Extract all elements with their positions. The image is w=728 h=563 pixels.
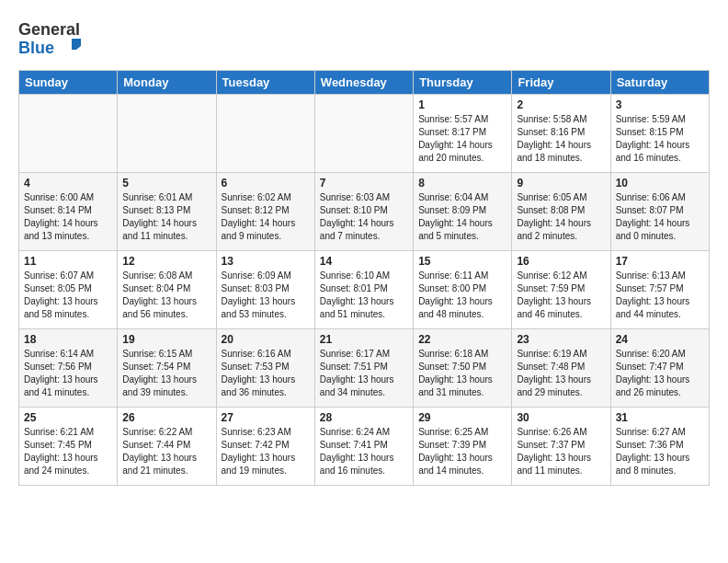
- day-info: Sunrise: 6:01 AM Sunset: 8:13 PM Dayligh…: [122, 191, 210, 243]
- logo-text-block: General Blue: [18, 15, 101, 63]
- day-info: Sunrise: 6:03 AM Sunset: 8:10 PM Dayligh…: [320, 191, 408, 243]
- calendar-cell: 17Sunrise: 6:13 AM Sunset: 7:57 PM Dayli…: [610, 251, 709, 329]
- day-number: 23: [517, 333, 605, 346]
- day-info: Sunrise: 6:25 AM Sunset: 7:39 PM Dayligh…: [418, 426, 506, 477]
- day-info: Sunrise: 6:05 AM Sunset: 8:08 PM Dayligh…: [517, 191, 605, 243]
- header-wednesday: Wednesday: [314, 71, 413, 95]
- day-number: 6: [222, 177, 310, 190]
- day-number: 29: [418, 411, 506, 424]
- day-info: Sunrise: 6:23 AM Sunset: 7:42 PM Dayligh…: [222, 426, 310, 477]
- calendar-cell: 29Sunrise: 6:25 AM Sunset: 7:39 PM Dayli…: [414, 408, 512, 486]
- day-number: 22: [418, 333, 506, 346]
- header-friday: Friday: [512, 71, 610, 95]
- day-info: Sunrise: 6:16 AM Sunset: 7:53 PM Dayligh…: [222, 348, 310, 399]
- header-tuesday: Tuesday: [216, 71, 314, 95]
- calendar-cell: 8Sunrise: 6:04 AM Sunset: 8:09 PM Daylig…: [414, 173, 512, 251]
- day-info: Sunrise: 6:07 AM Sunset: 8:05 PM Dayligh…: [24, 270, 112, 321]
- calendar-cell: 30Sunrise: 6:26 AM Sunset: 7:37 PM Dayli…: [512, 408, 610, 486]
- day-info: Sunrise: 6:12 AM Sunset: 7:59 PM Dayligh…: [517, 270, 605, 321]
- day-number: 31: [616, 411, 704, 424]
- calendar-cell: 25Sunrise: 6:21 AM Sunset: 7:45 PM Dayli…: [19, 408, 118, 486]
- day-number: 3: [616, 98, 704, 111]
- day-number: 11: [24, 255, 112, 268]
- day-number: 4: [24, 177, 112, 190]
- day-info: Sunrise: 6:27 AM Sunset: 7:36 PM Dayligh…: [616, 426, 704, 477]
- calendar-cell: 7Sunrise: 6:03 AM Sunset: 8:10 PM Daylig…: [314, 173, 413, 251]
- day-info: Sunrise: 6:17 AM Sunset: 7:51 PM Dayligh…: [320, 348, 408, 399]
- day-number: 30: [517, 411, 605, 424]
- svg-text:General: General: [18, 20, 80, 39]
- day-number: 14: [320, 255, 408, 268]
- calendar-cell: 2Sunrise: 5:58 AM Sunset: 8:16 PM Daylig…: [512, 95, 610, 173]
- day-info: Sunrise: 5:59 AM Sunset: 8:15 PM Dayligh…: [616, 113, 704, 165]
- header-thursday: Thursday: [414, 71, 512, 95]
- calendar-cell: [216, 95, 314, 173]
- day-number: 9: [517, 177, 605, 190]
- header-saturday: Saturday: [610, 71, 709, 95]
- day-info: Sunrise: 6:02 AM Sunset: 8:12 PM Dayligh…: [222, 191, 310, 243]
- calendar-cell: 31Sunrise: 6:27 AM Sunset: 7:36 PM Dayli…: [610, 408, 709, 486]
- day-info: Sunrise: 6:13 AM Sunset: 7:57 PM Dayligh…: [616, 270, 704, 321]
- calendar-week-row: 11Sunrise: 6:07 AM Sunset: 8:05 PM Dayli…: [19, 251, 710, 329]
- day-info: Sunrise: 6:11 AM Sunset: 8:00 PM Dayligh…: [418, 270, 506, 321]
- day-info: Sunrise: 6:10 AM Sunset: 8:01 PM Dayligh…: [320, 270, 408, 321]
- calendar-cell: 24Sunrise: 6:20 AM Sunset: 7:47 PM Dayli…: [610, 329, 709, 408]
- calendar-cell: [314, 95, 413, 173]
- day-number: 17: [616, 255, 704, 268]
- calendar-cell: 23Sunrise: 6:19 AM Sunset: 7:48 PM Dayli…: [512, 329, 610, 408]
- header-monday: Monday: [118, 71, 216, 95]
- day-number: 20: [222, 333, 310, 346]
- calendar-cell: 5Sunrise: 6:01 AM Sunset: 8:13 PM Daylig…: [118, 173, 216, 251]
- calendar-cell: 15Sunrise: 6:11 AM Sunset: 8:00 PM Dayli…: [414, 251, 512, 329]
- day-number: 13: [222, 255, 310, 268]
- day-info: Sunrise: 6:21 AM Sunset: 7:45 PM Dayligh…: [24, 426, 112, 477]
- day-number: 8: [418, 177, 506, 190]
- day-number: 1: [418, 98, 506, 111]
- day-info: Sunrise: 6:24 AM Sunset: 7:41 PM Dayligh…: [320, 426, 408, 477]
- day-number: 21: [320, 333, 408, 346]
- day-info: Sunrise: 6:06 AM Sunset: 8:07 PM Dayligh…: [616, 191, 704, 243]
- day-info: Sunrise: 6:26 AM Sunset: 7:37 PM Dayligh…: [517, 426, 605, 477]
- day-number: 26: [122, 411, 210, 424]
- day-number: 2: [517, 98, 605, 111]
- day-info: Sunrise: 6:18 AM Sunset: 7:50 PM Dayligh…: [418, 348, 506, 399]
- day-number: 25: [24, 411, 112, 424]
- calendar-cell: 1Sunrise: 5:57 AM Sunset: 8:17 PM Daylig…: [414, 95, 512, 173]
- day-info: Sunrise: 6:14 AM Sunset: 7:56 PM Dayligh…: [24, 348, 112, 399]
- calendar-cell: 19Sunrise: 6:15 AM Sunset: 7:54 PM Dayli…: [118, 329, 216, 408]
- calendar-cell: 27Sunrise: 6:23 AM Sunset: 7:42 PM Dayli…: [216, 408, 314, 486]
- day-number: 27: [222, 411, 310, 424]
- day-info: Sunrise: 6:22 AM Sunset: 7:44 PM Dayligh…: [122, 426, 210, 477]
- calendar-cell: 16Sunrise: 6:12 AM Sunset: 7:59 PM Dayli…: [512, 251, 610, 329]
- calendar-cell: 18Sunrise: 6:14 AM Sunset: 7:56 PM Dayli…: [19, 329, 118, 408]
- calendar-cell: [19, 95, 118, 173]
- header-sunday: Sunday: [19, 71, 118, 95]
- day-info: Sunrise: 6:20 AM Sunset: 7:47 PM Dayligh…: [616, 348, 704, 399]
- day-number: 24: [616, 333, 704, 346]
- calendar-cell: 22Sunrise: 6:18 AM Sunset: 7:50 PM Dayli…: [414, 329, 512, 408]
- day-number: 28: [320, 411, 408, 424]
- calendar-week-row: 4Sunrise: 6:00 AM Sunset: 8:14 PM Daylig…: [19, 173, 710, 251]
- calendar-cell: 4Sunrise: 6:00 AM Sunset: 8:14 PM Daylig…: [19, 173, 118, 251]
- calendar-cell: 14Sunrise: 6:10 AM Sunset: 8:01 PM Dayli…: [314, 251, 413, 329]
- day-number: 5: [122, 177, 210, 190]
- calendar-cell: 13Sunrise: 6:09 AM Sunset: 8:03 PM Dayli…: [216, 251, 314, 329]
- day-info: Sunrise: 6:15 AM Sunset: 7:54 PM Dayligh…: [122, 348, 210, 399]
- day-number: 18: [24, 333, 112, 346]
- logo-svg: General Blue: [18, 15, 101, 59]
- day-info: Sunrise: 6:09 AM Sunset: 8:03 PM Dayligh…: [222, 270, 310, 321]
- day-number: 12: [122, 255, 210, 268]
- calendar-week-row: 25Sunrise: 6:21 AM Sunset: 7:45 PM Dayli…: [19, 408, 710, 486]
- day-number: 10: [616, 177, 704, 190]
- calendar-week-row: 1Sunrise: 5:57 AM Sunset: 8:17 PM Daylig…: [19, 95, 710, 173]
- calendar-table: Sunday Monday Tuesday Wednesday Thursday…: [18, 70, 710, 486]
- calendar-cell: 28Sunrise: 6:24 AM Sunset: 7:41 PM Dayli…: [314, 408, 413, 486]
- calendar-cell: 10Sunrise: 6:06 AM Sunset: 8:07 PM Dayli…: [610, 173, 709, 251]
- calendar-cell: 20Sunrise: 6:16 AM Sunset: 7:53 PM Dayli…: [216, 329, 314, 408]
- day-info: Sunrise: 6:04 AM Sunset: 8:09 PM Dayligh…: [418, 191, 506, 243]
- day-info: Sunrise: 5:58 AM Sunset: 8:16 PM Dayligh…: [517, 113, 605, 165]
- day-number: 19: [122, 333, 210, 346]
- day-info: Sunrise: 5:57 AM Sunset: 8:17 PM Dayligh…: [418, 113, 506, 165]
- header: General Blue: [18, 15, 710, 63]
- calendar-cell: [118, 95, 216, 173]
